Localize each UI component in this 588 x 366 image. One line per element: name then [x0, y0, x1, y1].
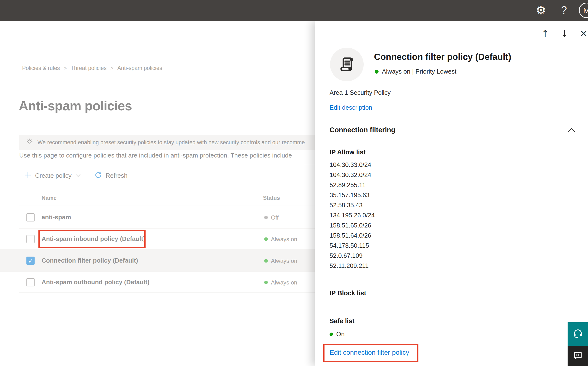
refresh-label: Refresh — [106, 172, 128, 179]
scroll-policy-icon — [338, 55, 356, 74]
panel-status: Always on | Priority Lowest — [375, 68, 456, 75]
security-portal-screen: ⚙ ? M Policies & rules > Threat policies… — [0, 0, 588, 366]
policy-name[interactable]: Anti-spam inbound policy (Default) — [42, 235, 145, 243]
safe-list-heading: Safe list — [330, 317, 354, 325]
table-row[interactable]: Anti-spam inbound policy (Default) Alway… — [0, 229, 315, 249]
policy-avatar — [330, 48, 364, 81]
edit-description-link[interactable]: Edit description — [330, 104, 372, 111]
status-dot — [264, 216, 268, 219]
main-content: Policies & rules > Threat policies > Ant… — [0, 21, 315, 366]
breadcrumb-policies-rules[interactable]: Policies & rules — [22, 65, 60, 71]
previous-item-arrow-up-icon[interactable]: ↑ — [538, 27, 552, 40]
feedback-button[interactable] — [568, 346, 588, 366]
command-bar: Create policy Refresh — [24, 169, 128, 182]
ip-entry: 52.58.35.43 — [330, 200, 375, 210]
lightbulb-icon — [25, 138, 34, 146]
status-text: Always on — [271, 279, 297, 286]
headset-icon — [572, 328, 583, 340]
policy-name[interactable]: anti-spam — [42, 214, 71, 221]
breadcrumb: Policies & rules > Threat policies > Ant… — [22, 65, 162, 71]
panel-divider — [330, 120, 576, 120]
status-dot — [330, 333, 333, 336]
section-title: Connection filtering — [330, 126, 395, 134]
status-text: Always on — [271, 236, 297, 243]
page-title: Anti-spam policies — [19, 98, 132, 114]
panel-title: Connection filter policy (Default) — [374, 52, 576, 62]
ip-allow-list-heading: IP Allow list — [330, 149, 366, 156]
top-bar: ⚙ ? M — [0, 0, 588, 21]
status-dot — [375, 70, 379, 74]
table-row-selected[interactable]: Connection filter policy (Default) Alway… — [0, 249, 315, 272]
panel-status-text: Always on | Priority Lowest — [382, 68, 456, 75]
ip-entry: 52.11.209.211 — [330, 261, 375, 271]
row-checkbox[interactable] — [26, 235, 35, 243]
ip-block-list-heading: IP Block list — [330, 290, 366, 297]
column-header-status[interactable]: Status — [263, 195, 280, 201]
breadcrumb-threat-policies[interactable]: Threat policies — [71, 65, 107, 71]
row-checkbox-checked[interactable] — [26, 257, 35, 265]
status-text: Always on — [271, 258, 297, 264]
row-checkbox[interactable] — [26, 213, 35, 221]
ip-entry: 54.173.50.115 — [330, 240, 375, 251]
ip-entry: 104.30.32.0/24 — [330, 170, 375, 180]
ip-entry: 52.0.67.109 — [330, 251, 375, 261]
support-button[interactable] — [568, 322, 588, 346]
policy-name[interactable]: Connection filter policy (Default) — [42, 257, 138, 264]
row-checkbox[interactable] — [26, 278, 35, 286]
connection-filtering-section-header[interactable]: Connection filtering — [330, 126, 576, 137]
feedback-chat-icon — [573, 351, 583, 361]
recommendation-banner: We recommend enabling preset security po… — [19, 135, 315, 150]
status-dot — [264, 281, 268, 284]
breadcrumb-separator-icon: > — [64, 65, 67, 71]
create-policy-button[interactable]: Create policy — [24, 171, 81, 180]
panel-nav: ↑ ↓ ✕ — [533, 27, 588, 40]
account-avatar[interactable]: M — [579, 3, 588, 18]
breadcrumb-anti-spam-policies[interactable]: Anti-spam policies — [118, 65, 162, 71]
chevron-down-icon — [75, 174, 81, 178]
page-description: Use this page to configure policies that… — [19, 152, 315, 159]
chevron-up-icon[interactable] — [567, 128, 575, 134]
help-icon[interactable]: ? — [557, 3, 571, 17]
policy-details-panel: ↑ ↓ ✕ Connection filter policy (Default)… — [315, 21, 588, 366]
status-dot — [264, 259, 268, 263]
column-header-name[interactable]: Name — [42, 195, 57, 201]
safe-list-value: On — [336, 330, 345, 338]
ip-entry: 134.195.26.0/24 — [330, 210, 375, 220]
table-row[interactable]: Anti-spam outbound policy (Default) Alwa… — [0, 272, 315, 292]
ip-entry: 52.89.255.11 — [330, 180, 375, 190]
plus-icon — [24, 171, 32, 180]
ip-allow-list: 104.30.33.0/24 104.30.32.0/24 52.89.255.… — [330, 160, 375, 271]
status-text: Off — [271, 214, 279, 221]
ip-entry: 158.51.65.0/26 — [330, 220, 375, 230]
settings-gear-icon[interactable]: ⚙ — [534, 3, 548, 17]
ip-entry: 35.157.195.63 — [330, 190, 375, 200]
status-dot — [264, 237, 268, 241]
toolbar-divider — [19, 165, 315, 165]
close-icon[interactable]: ✕ — [577, 27, 588, 40]
banner-text: We recommend enabling preset security po… — [37, 139, 305, 146]
refresh-icon — [94, 171, 102, 180]
policy-name[interactable]: Anti-spam outbound policy (Default) — [42, 278, 149, 286]
policy-description: Area 1 Security Policy — [330, 89, 390, 96]
ip-entry: 158.51.64.0/26 — [330, 230, 375, 240]
header-divider — [19, 206, 315, 206]
safe-list-status: On — [330, 330, 345, 338]
table-row[interactable]: anti-spam Off — [0, 206, 315, 229]
breadcrumb-separator-icon: > — [110, 65, 114, 71]
edit-connection-filter-policy-link[interactable]: Edit connection filter policy — [330, 349, 409, 356]
next-item-arrow-down-icon[interactable]: ↓ — [558, 27, 571, 40]
ip-entry: 104.30.33.0/24 — [330, 160, 375, 170]
refresh-button[interactable]: Refresh — [94, 171, 128, 180]
create-policy-label: Create policy — [35, 172, 72, 179]
row-divider — [19, 292, 315, 293]
